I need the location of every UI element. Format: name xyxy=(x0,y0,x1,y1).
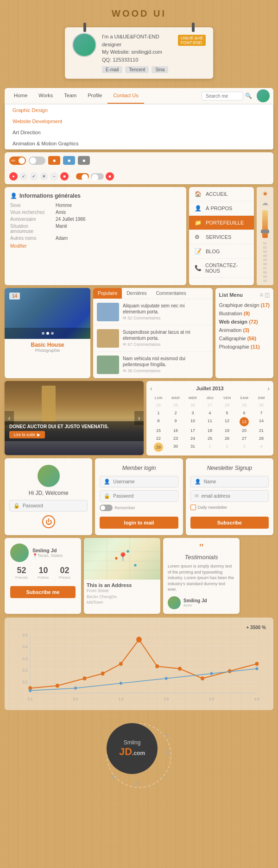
cal-day-25[interactable]: 25 xyxy=(202,435,218,442)
dropdown-item-graphic[interactable]: Graphic Design xyxy=(5,105,273,116)
cal-day-25-prev[interactable]: 25 xyxy=(167,401,184,409)
subscribe-me-button[interactable]: Subscribe me xyxy=(10,586,76,598)
ui-button-blue[interactable]: ■ xyxy=(63,156,75,165)
toggle-small-on[interactable] xyxy=(76,173,89,180)
list-item-photographie[interactable]: Photographie (11) xyxy=(219,343,270,351)
cal-day-4-next[interactable]: 4 xyxy=(253,443,270,452)
cal-day-12[interactable]: 12 xyxy=(219,417,235,426)
cal-day-19[interactable]: 19 xyxy=(219,427,235,434)
cal-day-5[interactable]: 5 xyxy=(219,409,235,417)
dropdown-item-art[interactable]: Art Direction xyxy=(5,127,273,138)
cal-day-18[interactable]: 18 xyxy=(202,427,218,434)
newsletter-name-input[interactable] xyxy=(204,479,265,484)
cal-day-29-highlighted[interactable]: 29 xyxy=(154,443,163,452)
power-button[interactable]: ⏻ xyxy=(42,515,55,528)
cal-day-24-prev[interactable]: 24 xyxy=(150,401,167,409)
slider-handle[interactable] xyxy=(261,230,269,233)
cal-day-21[interactable]: 21 xyxy=(253,427,270,434)
cal-day-17[interactable]: 17 xyxy=(184,427,201,434)
toggle-small-off[interactable] xyxy=(91,173,104,180)
cal-day-14[interactable]: 14 xyxy=(253,417,270,426)
cal-day-22[interactable]: 22 xyxy=(150,435,167,442)
cal-day-28[interactable]: 28 xyxy=(253,435,270,442)
cal-day-20[interactable]: 20 xyxy=(236,427,253,434)
ui-button-gray[interactable]: ■ xyxy=(78,156,90,165)
cal-day-3[interactable]: 3 xyxy=(184,409,201,417)
member-password-field[interactable]: 🔒 xyxy=(100,490,178,502)
cal-day-7[interactable]: 7 xyxy=(253,409,270,417)
nav-item-contact[interactable]: Contact Us xyxy=(107,88,144,104)
cal-day-10[interactable]: 10 xyxy=(184,417,201,426)
calendar-prev[interactable]: ‹ xyxy=(150,385,152,392)
cal-day-6[interactable]: 6 xyxy=(236,409,253,417)
calendar-next[interactable]: › xyxy=(267,385,270,392)
hero-cta-button[interactable]: Lire la suite ▶ xyxy=(9,431,45,438)
cal-day-1-next[interactable]: 1 xyxy=(202,443,218,452)
newsletter-name-field[interactable]: 👤 xyxy=(190,476,269,487)
daily-checkbox[interactable] xyxy=(190,505,196,510)
list-item-animation[interactable]: Animation (3) xyxy=(219,326,270,334)
menu-item-blog[interactable]: 📝 BLOG xyxy=(189,244,254,259)
cal-day-26-prev[interactable]: 26 xyxy=(184,401,201,409)
cal-day-13-today[interactable]: 13 xyxy=(240,417,249,426)
cal-day-3-next[interactable]: 3 xyxy=(236,443,253,452)
list-item-graphic[interactable]: Graphique design (17) xyxy=(219,301,270,309)
cal-day-26[interactable]: 26 xyxy=(219,435,235,442)
search-input[interactable] xyxy=(202,92,243,100)
blog-tab-commentaires[interactable]: Commentaires xyxy=(152,288,191,299)
nav-item-works[interactable]: Works xyxy=(33,88,58,104)
cal-day-1[interactable]: 1 xyxy=(150,409,167,417)
newsletter-email-input[interactable] xyxy=(202,493,265,499)
list-item-calligraphie[interactable]: Calligraphie (56) xyxy=(219,334,270,343)
member-username-input[interactable] xyxy=(113,479,174,484)
login-password-field[interactable]: 🔒 xyxy=(9,500,88,512)
cal-day-29-prev[interactable]: 29 xyxy=(236,401,253,409)
menu-item-contact[interactable]: 📞 CONTACTEZ-NOUS xyxy=(189,259,254,278)
cal-day-4[interactable]: 4 xyxy=(202,409,218,417)
nav-item-profile[interactable]: Profile xyxy=(82,88,107,104)
toggle-off[interactable] xyxy=(29,156,45,165)
member-username-field[interactable]: 👤 xyxy=(100,476,178,487)
toggle-on[interactable]: on xyxy=(9,156,26,165)
sina-button[interactable]: Sina xyxy=(152,66,168,73)
cal-day-15[interactable]: 15 xyxy=(150,427,167,434)
cal-day-2[interactable]: 2 xyxy=(167,409,184,417)
blog-tab-dernieres[interactable]: Dernières xyxy=(122,288,151,299)
newsletter-email-field[interactable]: ✉ xyxy=(190,490,269,502)
dropdown-item-web[interactable]: Website Development xyxy=(5,116,273,127)
cal-day-24[interactable]: 24 xyxy=(184,435,201,442)
cal-day-23[interactable]: 23 xyxy=(167,435,184,442)
nav-item-team[interactable]: Team xyxy=(58,88,82,104)
member-password-input[interactable] xyxy=(113,493,174,499)
login-to-mail-button[interactable]: login to mail xyxy=(100,517,178,529)
subscribe-button[interactable]: Subscribe xyxy=(190,517,269,529)
nav-item-home[interactable]: Home xyxy=(8,88,33,104)
login-password-input[interactable] xyxy=(23,503,83,508)
remember-toggle[interactable] xyxy=(100,505,113,511)
cal-day-30[interactable]: 30 xyxy=(167,443,184,452)
email-button[interactable]: E-mail xyxy=(102,66,122,73)
menu-item-accueil[interactable]: 🏠 ACCUEIL xyxy=(189,187,254,201)
menu-item-services[interactable]: ⚙ SERVICES xyxy=(189,230,254,244)
slider-track[interactable] xyxy=(262,210,268,238)
tencent-button[interactable]: Tencent xyxy=(125,66,149,73)
search-icon[interactable]: 🔍 xyxy=(245,93,252,99)
cal-day-9[interactable]: 9 xyxy=(167,417,184,426)
cal-day-2-next[interactable]: 2 xyxy=(219,443,235,452)
blog-tab-populaire[interactable]: Populaire xyxy=(93,288,122,299)
ui-button-orange[interactable]: ■ xyxy=(48,156,60,165)
info-edit-button[interactable]: Modifier xyxy=(10,244,181,249)
list-item-web[interactable]: Web design (72) xyxy=(219,318,270,326)
cal-day-31[interactable]: 31 xyxy=(184,443,201,452)
list-item-illustration[interactable]: Illustration (9) xyxy=(219,309,270,318)
cal-day-27-prev[interactable]: 27 xyxy=(202,401,218,409)
cal-day-16[interactable]: 16 xyxy=(167,427,184,434)
cal-day-11[interactable]: 11 xyxy=(202,417,218,426)
cal-day-27[interactable]: 27 xyxy=(236,435,253,442)
cal-day-28-prev[interactable]: 28 xyxy=(219,401,235,409)
menu-item-apropos[interactable]: 👤 À PROPOS xyxy=(189,201,254,216)
cal-day-8[interactable]: 8 xyxy=(150,417,167,426)
menu-item-portefeuille[interactable]: 📁 PORTEFEUILLE xyxy=(189,216,254,230)
dropdown-item-animation[interactable]: Animation & Motion Graphics xyxy=(5,138,273,149)
cal-day-30-prev[interactable]: 30 xyxy=(253,401,270,409)
